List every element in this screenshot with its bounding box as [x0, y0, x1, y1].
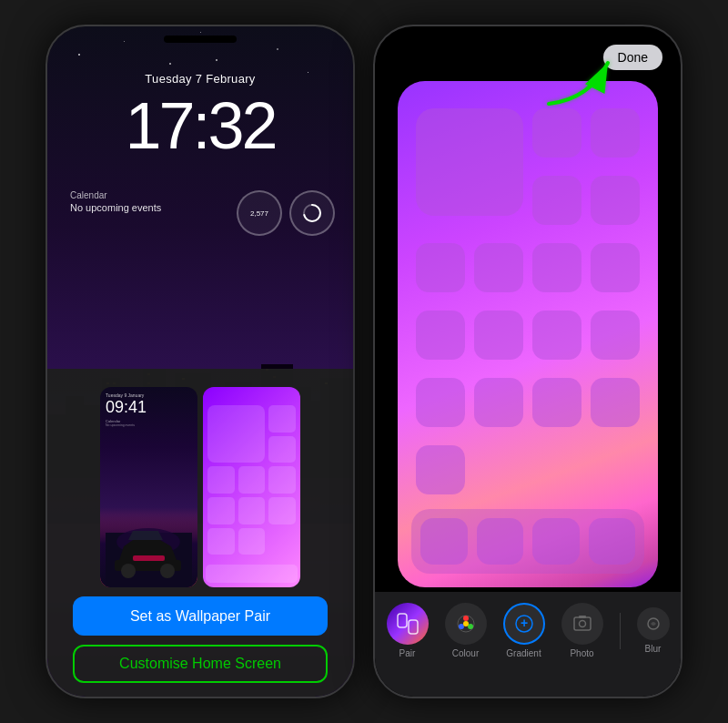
- toolbar-divider: [620, 613, 621, 649]
- home-thumb-dock: [206, 565, 298, 583]
- left-phone-screen: Tuesday 7 February 17:32 Calendar No upc…: [47, 26, 353, 697]
- lock-time: 17:32: [47, 88, 353, 163]
- pair-icon-circle: [387, 603, 429, 645]
- toolbar-colour[interactable]: Colour: [445, 603, 487, 658]
- svg-rect-46: [579, 616, 586, 618]
- app-icon-5: [416, 243, 465, 292]
- dock-icon-3: [532, 518, 580, 565]
- app-icon-16: [591, 378, 640, 427]
- app-icon-grid: [411, 99, 644, 504]
- svg-point-40: [459, 624, 464, 629]
- app-icon-11: [532, 311, 581, 360]
- app-icon-8: [591, 243, 640, 292]
- lock-screen-thumb: Tuesday 9 January 09:41 Calendar No upco…: [100, 387, 197, 587]
- svg-text:+: +: [520, 616, 527, 630]
- home-screen-thumb: [203, 387, 300, 587]
- photo-icon-circle: [561, 603, 603, 645]
- dock-icon-2: [477, 518, 524, 565]
- svg-point-32: [160, 564, 175, 578]
- app-icon-4: [591, 176, 640, 225]
- home-screen-preview: [398, 81, 658, 587]
- app-icon-3: [532, 176, 581, 225]
- wallpaper-preview: Tuesday 9 January 09:41 Calendar No upco…: [100, 387, 300, 587]
- blur-icon-circle: [637, 607, 670, 640]
- app-icon-10: [474, 311, 523, 360]
- main-container: Tuesday 7 February 17:32 Calendar No upc…: [0, 0, 728, 723]
- app-icon-2: [591, 108, 640, 158]
- left-phone-notch: [164, 36, 237, 43]
- svg-point-31: [121, 564, 136, 578]
- widgets-row: 2,577: [237, 190, 335, 236]
- photo-label: Photo: [570, 648, 593, 658]
- svg-rect-35: [398, 614, 407, 627]
- app-icon-7: [532, 243, 581, 292]
- set-wallpaper-pair-button[interactable]: Set as Wallpaper Pair: [73, 596, 328, 635]
- svg-rect-36: [409, 620, 418, 634]
- customise-home-screen-button[interactable]: Customise Home Screen: [73, 645, 328, 683]
- app-icon-15: [532, 378, 581, 427]
- right-phone-screen: Done: [375, 26, 681, 697]
- thumb-date: Tuesday 9 January: [106, 392, 192, 398]
- svg-point-39: [468, 624, 473, 629]
- green-arrow: [540, 45, 612, 108]
- app-icon-12: [591, 311, 640, 360]
- calendar-label: Calendar: [70, 190, 161, 200]
- ring-widget: [289, 190, 335, 236]
- wallpaper-popup: Tuesday 9 January 09:41 Calendar No upco…: [47, 369, 353, 697]
- thumb-time: 09:41: [106, 398, 192, 417]
- count-widget: 2,577: [237, 190, 282, 236]
- lock-date: Tuesday 7 February: [47, 72, 353, 86]
- colour-label: Colour: [452, 648, 479, 658]
- calendar-event: No upcoming events: [70, 202, 161, 213]
- gradient-label: Gradient: [506, 648, 541, 658]
- dock-icon-4: [589, 518, 636, 565]
- left-phone: Tuesday 7 February 17:32 Calendar No upc…: [46, 25, 355, 698]
- dock-icon-1: [420, 518, 468, 565]
- toolbar-photo[interactable]: Photo: [561, 603, 603, 658]
- lock-thumb-top: Tuesday 9 January 09:41 Calendar No upco…: [100, 387, 197, 433]
- calendar-widget: Calendar No upcoming events: [70, 190, 161, 213]
- bottom-toolbar: Pair Colour: [375, 592, 681, 697]
- toolbar-icons-row: Pair Colour: [387, 603, 670, 658]
- app-icon-13: [416, 378, 465, 427]
- svg-point-38: [463, 616, 469, 621]
- blur-label: Blur: [645, 644, 662, 654]
- app-icon-large: [416, 108, 523, 216]
- gradient-icon-circle: +: [503, 603, 545, 645]
- home-thumb-grid: [207, 405, 296, 555]
- app-icon-17: [416, 445, 465, 494]
- svg-rect-44: [574, 617, 591, 630]
- lock-thumb-car: [100, 514, 197, 587]
- toolbar-blur[interactable]: Blur: [637, 607, 670, 654]
- toolbar-gradient[interactable]: + Gradient: [503, 603, 545, 658]
- app-icon-1: [532, 108, 581, 158]
- app-dock: [411, 509, 644, 575]
- right-phone-notch: [491, 36, 564, 43]
- app-icon-9: [416, 311, 465, 360]
- app-icon-6: [474, 243, 523, 292]
- app-icon-14: [474, 378, 523, 427]
- svg-point-41: [463, 621, 469, 626]
- right-phone: Done: [373, 25, 682, 698]
- svg-rect-33: [133, 555, 165, 561]
- colour-icon-circle: [445, 603, 487, 645]
- svg-point-45: [579, 621, 585, 627]
- toolbar-pair[interactable]: Pair: [387, 603, 429, 658]
- pair-label: Pair: [399, 648, 416, 658]
